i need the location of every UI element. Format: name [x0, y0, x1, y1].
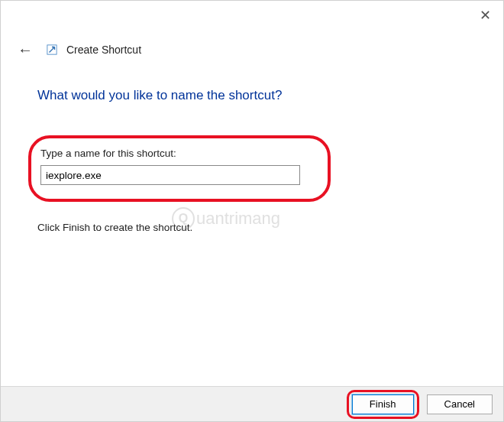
watermark-icon: Q: [172, 207, 195, 230]
shortcut-name-input[interactable]: [40, 165, 300, 185]
shortcut-icon: [47, 44, 59, 57]
watermark-text: uantrimang: [196, 209, 280, 229]
finish-button-highlight: Finish: [347, 390, 419, 419]
wizard-header: ← Create Shortcut: [1, 1, 503, 60]
back-arrow-icon[interactable]: ←: [11, 39, 39, 60]
wizard-footer: Finish Cancel: [1, 386, 503, 421]
name-input-highlight: Type a name for this shortcut:: [28, 135, 331, 202]
finish-button[interactable]: Finish: [352, 394, 414, 414]
wizard-question: What would you like to name the shortcut…: [37, 88, 467, 103]
cancel-button[interactable]: Cancel: [427, 394, 493, 414]
close-button[interactable]: ✕: [480, 8, 491, 22]
wizard-title: Create Shortcut: [66, 44, 141, 56]
watermark: Q uantrimang: [172, 207, 280, 230]
name-input-label: Type a name for this shortcut:: [39, 148, 315, 159]
